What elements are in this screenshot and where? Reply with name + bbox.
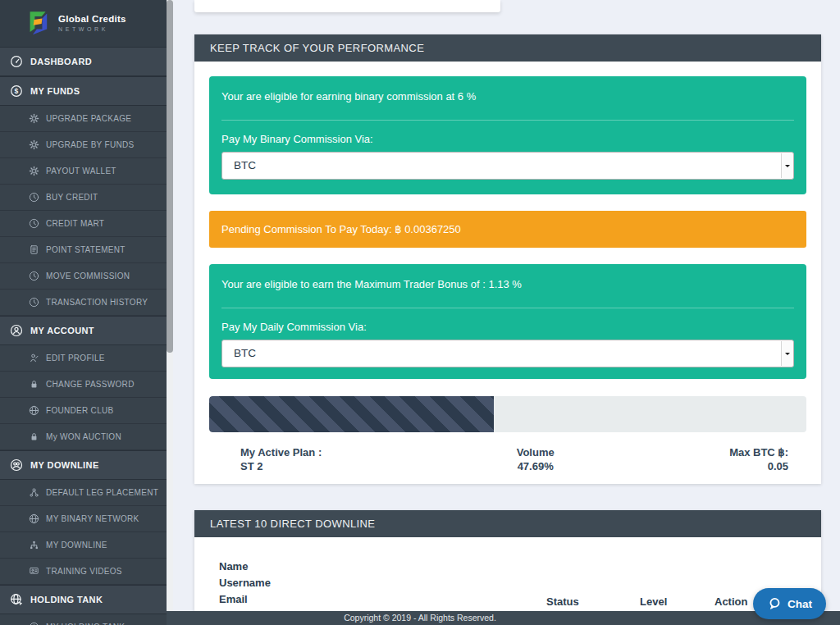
user-edit-icon (29, 353, 39, 363)
global-credits-logo-icon (25, 8, 52, 39)
downline-col-status: Status (546, 595, 640, 608)
daily-commission-select[interactable]: BTC (221, 340, 794, 367)
video-icon (29, 566, 39, 577)
chat-button[interactable]: Chat (753, 588, 826, 619)
copyright-text: Copyright © 2019 - All Rights Reserved. (344, 611, 496, 625)
sidebar-item-change-password[interactable]: CHANGE PASSWORD (0, 372, 167, 398)
active-plan-stat: My Active Plan : ST 2 (209, 445, 451, 473)
performance-card-header: KEEP TRACK OF YOUR PERFORMANCE (194, 34, 821, 62)
binary-commission-select-label: Pay My Binary Commission Via: (221, 133, 794, 145)
sidebar-item-point-statement[interactable]: POINT STATEMENT (0, 237, 167, 263)
downline-card-title: LATEST 10 DIRECT DOWNLINE (210, 518, 375, 530)
sidebar-menu: DASHBOARD$MY FUNDSUPGRADE PACKAGEUPGRADE… (0, 47, 167, 625)
downline-col-email: Email (219, 591, 546, 608)
sidebar-item-holding-tank[interactable]: HOLDING TANK (0, 585, 167, 614)
clock-icon (29, 622, 39, 625)
sidebar-item-my-account[interactable]: MY ACCOUNT (0, 316, 167, 345)
pending-commission-banner: Pending Commission To Pay Today: ฿ 0.003… (209, 211, 806, 248)
downline-col-username: Username (219, 575, 546, 591)
progress-fill (209, 396, 494, 432)
globe-icon (29, 405, 39, 416)
divider (221, 308, 794, 308)
binary-commission-select[interactable]: BTC (221, 152, 794, 180)
sidebar-item-upgrade-by-funds[interactable]: UPGRADE BY FUNDS (0, 132, 167, 158)
active-plan-label: My Active Plan : (240, 445, 451, 459)
svg-text:$: $ (14, 87, 18, 95)
sidebar-item-my-binary-network[interactable]: MY BINARY NETWORK (0, 506, 167, 532)
binary-commission-select-value: BTC (234, 153, 256, 179)
statement-icon (29, 244, 39, 255)
users-circle-icon (10, 458, 23, 472)
money-bag-icon: $ (10, 84, 23, 98)
performance-stats: My Active Plan : ST 2 Volume 47.69% Max … (209, 445, 806, 473)
downline-table-header: Name Username Email Status Level Action (194, 537, 821, 611)
sidebar-item-training-videos[interactable]: TRAINING VIDEOS (0, 559, 167, 585)
sidebar-item-my-holding-tank[interactable]: MY HOLDING TANK (0, 614, 167, 625)
sidebar-item-transaction-history[interactable]: TRANSACTION HISTORY (0, 290, 167, 316)
sidebar-item-payout-wallet[interactable]: PAYOUT WALLET (0, 158, 167, 185)
volume-stat: Volume 47.69% (451, 445, 620, 473)
active-plan-value: ST 2 (240, 459, 451, 473)
daily-commission-panel: Your are eligible to earn the Maximum Tr… (209, 264, 806, 379)
clock-icon (29, 192, 39, 203)
daily-commission-select-label: Pay My Daily Commission Via: (221, 321, 794, 333)
sidebar-item-founder-club[interactable]: FOUNDER CLUB (0, 398, 167, 424)
performance-card: KEEP TRACK OF YOUR PERFORMANCE Your are … (194, 34, 821, 484)
brand-name: Global Credits NETWORK (58, 14, 126, 32)
chat-bubble-icon (767, 596, 782, 611)
max-btc-value: 0.05 (619, 459, 788, 473)
clock-icon (29, 271, 39, 281)
sidebar-item-my-downline[interactable]: MY DOWNLINE (0, 532, 167, 559)
network-icon (29, 487, 39, 498)
globe-share-icon (10, 593, 23, 606)
performance-card-title: KEEP TRACK OF YOUR PERFORMANCE (210, 42, 424, 54)
daily-commission-select-value: BTC (234, 340, 256, 367)
volume-progress-bar (209, 396, 806, 432)
footer: Copyright © 2019 - All Rights Reserved. (167, 611, 840, 625)
chevron-down-icon (781, 153, 792, 178)
downline-col-name-username-email: Name Username Email (219, 559, 546, 608)
brand-name-line2: NETWORK (58, 26, 126, 33)
chevron-down-icon (781, 341, 792, 366)
sidebar-item-my-won-auction[interactable]: My WON AUCTION (0, 424, 167, 450)
downline-col-name: Name (219, 559, 546, 575)
sitemap-icon (29, 540, 39, 550)
sidebar-item-default-leg-placement[interactable]: DEFAULT LEG PLACEMENT (0, 480, 167, 506)
sidebar-item-move-commission[interactable]: MOVE COMMISSION (0, 263, 167, 290)
user-circle-icon (10, 324, 23, 337)
chat-button-label: Chat (788, 598, 812, 610)
sidebar-item-edit-profile[interactable]: EDIT PROFILE (0, 345, 167, 372)
scrollbar-thumb[interactable] (167, 0, 173, 353)
volume-value: 47.69% (451, 459, 620, 473)
clock-icon (29, 218, 39, 229)
trader-bonus-message: Your are eligible to earn the Maximum Tr… (221, 278, 794, 290)
sidebar-item-my-funds[interactable]: $MY FUNDS (0, 76, 167, 106)
gear-icon (29, 113, 39, 124)
scrolled-card-fragment (194, 0, 500, 12)
downline-col-level: Level (640, 595, 714, 608)
sidebar-item-my-downline[interactable]: MY DOWNLINE (0, 450, 167, 480)
sidebar-item-upgrade-package[interactable]: UPGRADE PACKAGE (0, 106, 167, 132)
brand-logo[interactable]: Global Credits NETWORK (0, 0, 167, 47)
globe-icon (29, 513, 39, 524)
binary-eligibility-message: Your are eligible for earning binary com… (221, 90, 794, 103)
downline-card-header: LATEST 10 DIRECT DOWNLINE (194, 510, 821, 537)
lock-icon (29, 379, 39, 390)
gauge-icon (10, 55, 23, 68)
divider (221, 120, 794, 121)
max-btc-label: Max BTC ฿: (619, 445, 788, 459)
gear-icon (29, 166, 39, 176)
sidebar-item-dashboard[interactable]: DASHBOARD (0, 47, 167, 76)
binary-commission-panel: Your are eligible for earning binary com… (209, 76, 806, 194)
sidebar: Global Credits NETWORK DASHBOARD$MY FUND… (0, 0, 167, 625)
max-btc-stat: Max BTC ฿: 0.05 (619, 445, 806, 473)
scrollbar[interactable] (167, 0, 173, 611)
downline-card: LATEST 10 DIRECT DOWNLINE Name Username … (194, 510, 821, 611)
lock-icon (29, 431, 39, 442)
pending-commission-text: Pending Commission To Pay Today: ฿ 0.003… (221, 223, 461, 235)
volume-label: Volume (451, 445, 620, 459)
clock-icon (29, 297, 39, 308)
sidebar-item-credit-mart[interactable]: CREDIT MART (0, 211, 167, 237)
gear-icon (29, 139, 39, 150)
sidebar-item-buy-credit[interactable]: BUY CREDIT (0, 185, 167, 211)
